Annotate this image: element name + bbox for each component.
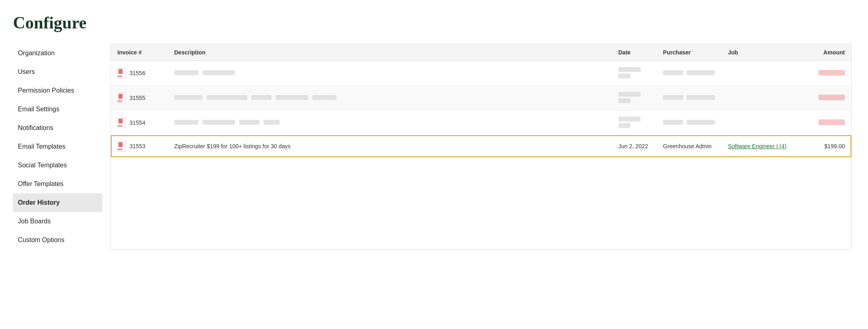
page-title: Configure bbox=[13, 13, 852, 32]
svg-rect-14 bbox=[119, 142, 123, 147]
sidebar-item-email-settings[interactable]: Email Settings bbox=[13, 100, 102, 119]
page: Configure Organization Users Permission … bbox=[0, 0, 868, 329]
description-cell-31554 bbox=[168, 110, 612, 135]
sidebar-item-permission-policies[interactable]: Permission Policies bbox=[13, 81, 102, 100]
date-cell-31555 bbox=[612, 86, 656, 110]
col-header-description: Description bbox=[168, 44, 612, 61]
svg-text:PDF: PDF bbox=[118, 125, 123, 127]
date-cell-31556 bbox=[612, 61, 656, 86]
table-row: PDF 31555 bbox=[111, 86, 851, 110]
svg-text:PDF: PDF bbox=[118, 75, 123, 78]
table-row: PDF 31553 ZipRecruiter $199 for 100+ lis… bbox=[111, 135, 851, 158]
purchaser-cell-31554 bbox=[656, 110, 721, 135]
description-cell-31553: ZipRecruiter $199 for 100+ listings for … bbox=[168, 135, 612, 158]
content-area: Organization Users Permission Policies E… bbox=[13, 44, 852, 249]
invoice-cell-31556[interactable]: PDF 31556 bbox=[111, 61, 168, 86]
col-header-date: Date bbox=[612, 44, 656, 61]
invoice-cell-31553[interactable]: PDF 31553 bbox=[111, 135, 168, 158]
purchaser-cell-31553: Greenhouse Admin bbox=[656, 135, 721, 158]
sidebar-item-order-history[interactable]: Order History bbox=[13, 193, 102, 212]
date-cell-31553: Jun 2, 2022 bbox=[612, 135, 656, 158]
sidebar-item-organization[interactable]: Organization bbox=[13, 44, 102, 63]
svg-rect-10 bbox=[119, 119, 123, 123]
sidebar-item-social-templates[interactable]: Social Templates bbox=[13, 156, 102, 175]
invoice-number: 31556 bbox=[130, 70, 145, 76]
description-cell-31556 bbox=[168, 61, 612, 86]
pdf-icon: PDF bbox=[117, 93, 126, 103]
sidebar-item-custom-options[interactable]: Custom Options bbox=[13, 231, 102, 249]
col-header-purchaser: Purchaser bbox=[656, 44, 721, 61]
pdf-icon: PDF bbox=[117, 117, 126, 128]
amount-cell-31555 bbox=[811, 86, 851, 110]
col-header-amount: Amount bbox=[811, 44, 851, 61]
sidebar: Organization Users Permission Policies E… bbox=[13, 44, 102, 249]
amount-cell-31556 bbox=[811, 61, 851, 86]
svg-text:PDF: PDF bbox=[118, 148, 123, 151]
job-cell-31555 bbox=[721, 86, 811, 110]
invoice-cell-31555[interactable]: PDF 31555 bbox=[111, 86, 168, 110]
svg-rect-6 bbox=[119, 94, 123, 99]
sidebar-item-job-boards[interactable]: Job Boards bbox=[13, 212, 102, 231]
invoice-cell-31554[interactable]: PDF 31554 bbox=[111, 110, 168, 135]
amount-cell-31553: $199.00 bbox=[811, 135, 851, 158]
invoice-number: 31553 bbox=[130, 143, 145, 149]
description-cell-31555 bbox=[168, 86, 612, 110]
job-cell-31554 bbox=[721, 110, 811, 135]
svg-text:PDF: PDF bbox=[118, 100, 123, 102]
invoice-number: 31555 bbox=[130, 95, 145, 101]
job-cell-31556 bbox=[721, 61, 811, 86]
order-history-table-container: Invoice # Description Date Purchaser Job… bbox=[110, 44, 852, 249]
sidebar-item-offer-templates[interactable]: Offer Templates bbox=[13, 175, 102, 193]
table-header-row: Invoice # Description Date Purchaser Job… bbox=[111, 44, 851, 61]
job-link[interactable]: Software Engineer I (4) bbox=[728, 143, 786, 149]
date-cell-31554 bbox=[612, 110, 656, 135]
order-history-table: Invoice # Description Date Purchaser Job… bbox=[111, 44, 851, 157]
col-header-invoice: Invoice # bbox=[111, 44, 168, 61]
pdf-icon: PDF bbox=[117, 141, 126, 152]
table-row: PDF 31556 bbox=[111, 61, 851, 86]
col-header-job: Job bbox=[721, 44, 811, 61]
purchaser-cell-31555 bbox=[656, 86, 721, 110]
table-row: PDF 31554 bbox=[111, 110, 851, 135]
pdf-icon: PDF bbox=[117, 68, 126, 78]
sidebar-item-users[interactable]: Users bbox=[13, 63, 102, 81]
sidebar-item-notifications[interactable]: Notifications bbox=[13, 119, 102, 137]
purchaser-cell-31556 bbox=[656, 61, 721, 86]
job-cell-31553[interactable]: Software Engineer I (4) bbox=[721, 135, 811, 158]
invoice-number: 31554 bbox=[130, 119, 145, 126]
amount-cell-31554 bbox=[811, 110, 851, 135]
sidebar-item-email-templates[interactable]: Email Templates bbox=[13, 137, 102, 156]
svg-rect-2 bbox=[119, 69, 123, 74]
